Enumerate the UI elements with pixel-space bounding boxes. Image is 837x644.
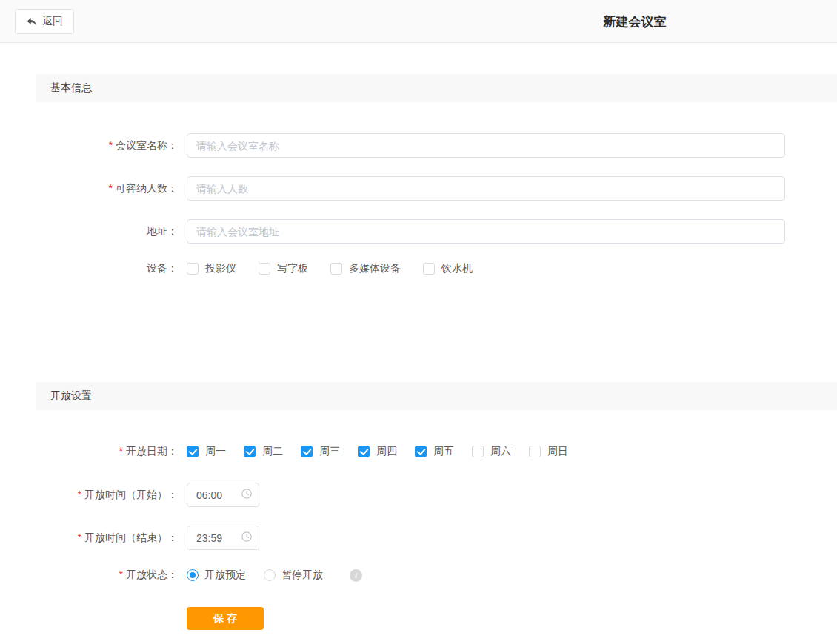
equipment-label: 设备：	[0, 262, 178, 275]
checkbox-thursday[interactable]: 周四	[358, 445, 397, 458]
form-row-end-time: *开放时间（结束）：	[0, 526, 837, 550]
end-time-picker[interactable]	[187, 526, 259, 550]
checkbox-box	[423, 263, 435, 275]
radio-pause-open[interactable]: 暂停开放	[264, 568, 323, 582]
checkbox-box	[472, 446, 484, 457]
section-header-open-settings: 开放设置	[36, 382, 837, 410]
top-bar: 返回 新建会议室	[0, 0, 837, 43]
open-status-label: *开放状态：	[0, 568, 178, 582]
checkbox-box	[244, 446, 256, 457]
open-days-checkbox-group: 周一 周二 周三 周四 周五 周六	[187, 445, 586, 458]
form-row-equipment: 设备： 投影仪 写字板 多媒体设备 饮水机	[0, 262, 837, 275]
back-button[interactable]: 返回	[15, 9, 74, 34]
checkbox-tuesday[interactable]: 周二	[244, 445, 283, 458]
clock-icon	[241, 489, 252, 502]
checkbox-box	[330, 263, 342, 275]
checkbox-box	[301, 446, 313, 457]
page-title: 新建会议室	[604, 13, 667, 30]
form-row-room-name: *会议室名称：	[0, 133, 837, 158]
required-mark: *	[119, 445, 123, 457]
basic-info-form: *会议室名称： *可容纳人数： 地址： 设备： 投影仪 写字板	[0, 102, 837, 275]
checkbox-sunday[interactable]: 周日	[529, 445, 568, 458]
checkbox-multimedia[interactable]: 多媒体设备	[330, 262, 401, 275]
room-name-input[interactable]	[187, 133, 785, 158]
room-name-label: *会议室名称：	[0, 139, 178, 152]
checkbox-whiteboard[interactable]: 写字板	[259, 262, 308, 275]
required-mark: *	[109, 139, 113, 151]
end-time-input[interactable]	[196, 532, 241, 544]
form-row-address: 地址：	[0, 219, 837, 244]
form-row-open-days: *开放日期： 周一 周二 周三 周四 周五	[0, 445, 837, 458]
checkbox-friday[interactable]: 周五	[415, 445, 454, 458]
radio-open-booking[interactable]: 开放预定	[187, 568, 246, 582]
required-mark: *	[119, 568, 123, 580]
back-arrow-icon	[26, 16, 37, 27]
radio-circle	[264, 569, 276, 581]
form-row-start-time: *开放时间（开始）：	[0, 483, 837, 507]
open-status-radio-group: 开放预定 暂停开放 i	[187, 568, 362, 582]
open-settings-form: *开放日期： 周一 周二 周三 周四 周五	[0, 410, 837, 630]
start-time-label: *开放时间（开始）：	[0, 489, 178, 502]
section-title: 开放设置	[50, 389, 92, 403]
checkbox-box	[415, 446, 427, 457]
checkbox-water-dispenser[interactable]: 饮水机	[423, 262, 473, 275]
required-mark: *	[109, 182, 113, 194]
form-row-open-status: *开放状态： 开放预定 暂停开放 i	[0, 568, 837, 582]
radio-circle	[187, 569, 199, 581]
required-mark: *	[78, 489, 81, 500]
start-time-picker[interactable]	[187, 483, 259, 507]
form-row-capacity: *可容纳人数：	[0, 176, 837, 201]
info-icon[interactable]: i	[350, 569, 362, 582]
open-days-label: *开放日期：	[0, 445, 178, 458]
checkbox-projector[interactable]: 投影仪	[187, 262, 236, 275]
end-time-label: *开放时间（结束）：	[0, 531, 178, 545]
equipment-checkbox-group: 投影仪 写字板 多媒体设备 饮水机	[187, 262, 495, 275]
clock-icon	[241, 531, 252, 545]
checkbox-saturday[interactable]: 周六	[472, 445, 511, 458]
section-title: 基本信息	[50, 81, 92, 95]
save-button[interactable]: 保 存	[187, 607, 264, 630]
start-time-input[interactable]	[196, 489, 241, 501]
address-label: 地址：	[0, 225, 178, 238]
checkbox-box	[358, 446, 370, 457]
checkbox-box	[529, 446, 541, 457]
checkbox-box	[187, 446, 199, 457]
capacity-label: *可容纳人数：	[0, 182, 178, 195]
checkbox-box	[187, 263, 199, 275]
address-input[interactable]	[187, 219, 785, 244]
capacity-input[interactable]	[187, 176, 785, 201]
checkbox-wednesday[interactable]: 周三	[301, 445, 340, 458]
back-button-label: 返回	[42, 15, 63, 28]
section-header-basic-info: 基本信息	[36, 74, 837, 102]
checkbox-monday[interactable]: 周一	[187, 445, 226, 458]
required-mark: *	[78, 531, 81, 543]
checkbox-box	[259, 263, 270, 275]
